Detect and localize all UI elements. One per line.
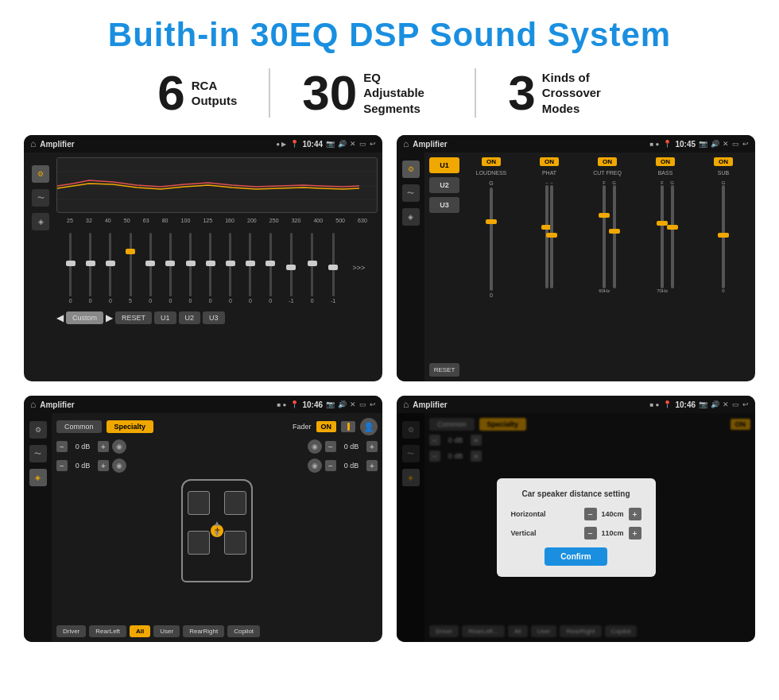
eq-sidebar: ⚙ 〜 ◈ <box>29 157 52 377</box>
rearleft-btn[interactable]: RearLeft <box>89 625 126 637</box>
freq-250: 250 <box>269 218 279 223</box>
camera-icon-2: 📷 <box>699 140 707 148</box>
screen-eq: ⌂ Amplifier ● ▶ 📍 10:44 📷 🔊 ✕ ▭ ↩ ⚙ 〜 ◈ <box>24 135 382 381</box>
driver-btn[interactable]: Driver <box>56 625 86 637</box>
x-icon-2: ✕ <box>723 140 729 148</box>
dialog-horizontal-label: Horizontal <box>511 510 546 518</box>
eq-next-btn[interactable]: ▶ <box>106 312 113 323</box>
record-dot-3: ■ ● <box>277 401 287 408</box>
freq-25: 25 <box>67 218 73 223</box>
eq-slider-3: 5 <box>129 233 132 304</box>
preset-u1[interactable]: U1 <box>429 157 459 173</box>
eq-slider-9: 0 <box>249 233 252 304</box>
phat-label: PHAT <box>542 170 556 176</box>
arrow-down: ▼ <box>213 529 221 538</box>
db-minus-rl[interactable]: − <box>56 460 68 471</box>
db-minus-fl[interactable]: − <box>56 441 68 452</box>
arrow-up: ▲ <box>213 519 221 528</box>
loudness-g-label: G <box>489 180 493 186</box>
eq-reset-btn[interactable]: RESET <box>115 311 152 324</box>
eq-u2-btn[interactable]: U2 <box>179 311 201 324</box>
eq-slider-8: 0 <box>229 233 232 304</box>
amp2-filter-icon[interactable]: ⚙ <box>402 160 420 178</box>
dialog-horizontal-control: − 140cm + <box>584 508 641 520</box>
fader-speaker-icon[interactable]: ◈ <box>29 469 47 486</box>
amp2-screen-content: ⚙ 〜 ◈ U1 U2 U3 RESET ON <box>397 153 755 381</box>
db-plus-fr[interactable]: + <box>366 441 378 452</box>
home-icon-1: ⌂ <box>30 138 36 149</box>
fader-main-area: Common Specialty Fader ON 👤 − <box>52 413 382 642</box>
dialog-horizontal-minus[interactable]: − <box>584 508 597 520</box>
camera-icon-3: 📷 <box>326 400 335 408</box>
freq-320: 320 <box>292 218 301 223</box>
dialog-confirm-button[interactable]: Confirm <box>545 547 607 566</box>
fader-on-btn[interactable]: ON <box>316 421 337 432</box>
eq-speaker-icon[interactable]: ◈ <box>32 213 49 230</box>
preset-u3[interactable]: U3 <box>429 197 459 213</box>
bass-on-btn[interactable]: ON <box>656 157 675 166</box>
eq-slider-6: 0 <box>189 233 192 304</box>
db-plus-rr[interactable]: + <box>366 460 378 471</box>
fader-slider-mini <box>341 421 355 432</box>
volume-icon-3: 🔊 <box>338 400 347 408</box>
tab-specialty[interactable]: Specialty <box>107 420 154 433</box>
stat-eq-text: EQ AdjustableSegments <box>363 70 443 117</box>
loudness-on-btn[interactable]: ON <box>482 157 501 166</box>
eq-prev-btn[interactable]: ◀ <box>56 312 64 323</box>
dialog-vertical-minus[interactable]: − <box>584 527 597 540</box>
eq-custom-btn[interactable]: Custom <box>66 311 103 324</box>
status-time-2: 10:45 <box>675 140 696 149</box>
amp2-channels-container: ON LOUDNESS G 0 ON <box>464 157 750 377</box>
volume-icon-2: 🔊 <box>711 140 719 148</box>
freq-80: 80 <box>162 218 169 223</box>
eq-filter-icon[interactable]: ⚙ <box>32 165 49 183</box>
seat-rr <box>224 531 246 555</box>
sub-on-btn[interactable]: ON <box>714 157 733 166</box>
status-icons-2: 📍 10:45 📷 🔊 ✕ ▭ ↩ <box>663 140 749 149</box>
channel-sub: ON SUB G 0 <box>696 157 750 377</box>
eq-u1-btn[interactable]: U1 <box>154 311 176 324</box>
freq-63: 63 <box>143 218 149 223</box>
x-icon-1: ✕ <box>350 140 356 148</box>
back-icon-4: ↩ <box>742 400 749 408</box>
db-minus-rr[interactable]: − <box>325 460 336 471</box>
stat-rca-number: 6 <box>157 68 184 118</box>
back-icon-2: ↩ <box>742 140 749 148</box>
fader-wave-icon[interactable]: 〜 <box>29 445 47 462</box>
db-control-rr: ◉ − 0 dB + <box>308 458 378 473</box>
eq-chevron-right[interactable]: >>> <box>352 264 365 272</box>
dialog-horizontal-plus[interactable]: + <box>629 508 641 520</box>
db-minus-fr[interactable]: − <box>325 441 336 452</box>
phat-on-btn[interactable]: ON <box>540 157 559 166</box>
window-icon-3: ▭ <box>359 400 366 408</box>
db-plus-fl[interactable]: + <box>98 441 109 452</box>
amp2-wave-icon[interactable]: 〜 <box>402 184 420 202</box>
fader-sidebar: ⚙ 〜 ◈ <box>24 413 52 642</box>
db-plus-rl[interactable]: + <box>98 460 109 471</box>
rearright-btn[interactable]: RearRight <box>183 625 224 637</box>
fader-screen-content: ⚙ 〜 ◈ Common Specialty Fader ON 👤 <box>24 413 382 642</box>
eq-wave-icon[interactable]: 〜 <box>32 189 49 207</box>
all-btn[interactable]: All <box>130 625 150 637</box>
fader-filter-icon[interactable]: ⚙ <box>29 421 47 439</box>
sub-label: SUB <box>718 170 729 176</box>
preset-reset[interactable]: RESET <box>429 363 459 377</box>
speaker-fr: ◉ <box>308 439 322 454</box>
dialog-vertical-plus[interactable]: + <box>629 527 641 540</box>
amp2-speaker-icon[interactable]: ◈ <box>402 208 420 226</box>
status-title-3: Amplifier <box>40 400 273 409</box>
preset-u2[interactable]: U2 <box>429 177 459 193</box>
eq-u3-btn[interactable]: U3 <box>203 311 225 324</box>
user-btn[interactable]: User <box>153 625 180 637</box>
loudness-label: LOUDNESS <box>476 170 507 176</box>
status-icons-1: 📍 10:44 📷 🔊 ✕ ▭ ↩ <box>290 140 376 149</box>
tab-common[interactable]: Common <box>56 420 102 433</box>
db-control-fl: − 0 dB + ◉ <box>56 439 126 454</box>
freq-200: 200 <box>247 218 257 223</box>
copilot-btn[interactable]: Copilot <box>227 625 260 637</box>
status-bar-1: ⌂ Amplifier ● ▶ 📍 10:44 📷 🔊 ✕ ▭ ↩ <box>24 135 382 153</box>
seat-fl <box>188 491 210 515</box>
cutfreq-on-btn[interactable]: ON <box>598 157 617 166</box>
fader-top-row: Common Specialty Fader ON 👤 <box>56 418 378 435</box>
location-icon-2: 📍 <box>663 140 672 148</box>
